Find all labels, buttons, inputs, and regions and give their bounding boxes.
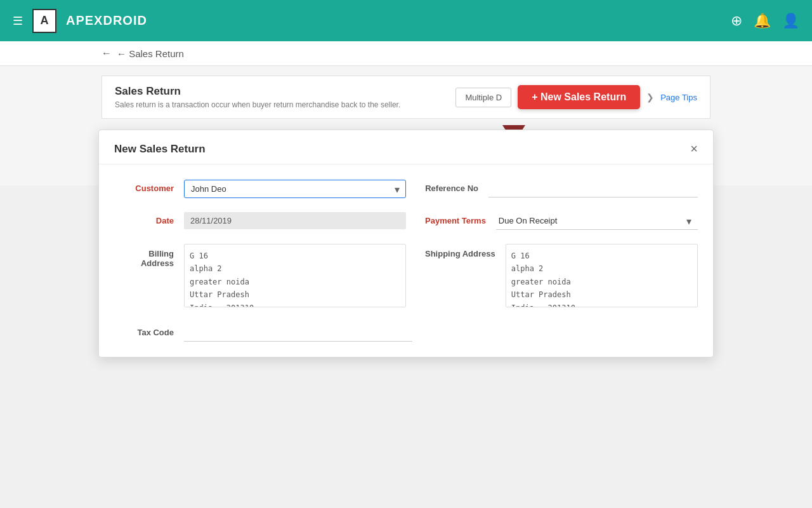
back-arrow-icon[interactable]: ← [102, 48, 112, 59]
date-label: Date [114, 212, 184, 225]
date-display[interactable]: 28/11/2019 [184, 212, 406, 229]
modal-title: New Sales Return [114, 143, 206, 156]
customer-select[interactable]: John Deo [184, 180, 406, 198]
billing-address-label: Billing Address [114, 244, 184, 268]
payment-terms-label: Payment Terms [425, 212, 496, 225]
billing-address-field-group: Billing Address G 16 alpha 2 greater noi… [114, 244, 406, 310]
breadcrumb-label: ← Sales Return [117, 48, 184, 59]
payment-terms-select[interactable]: Due On Receipt [496, 212, 698, 230]
form-row-date-payment: Date 28/11/2019 Payment Terms Due On Rec… [114, 212, 698, 230]
content-wrapper: Sales Return Sales return is a transacti… [0, 66, 812, 185]
logo-box: A [32, 9, 56, 33]
billing-address-input-wrapper: G 16 alpha 2 greater noida Uttar Pradesh… [184, 244, 406, 310]
user-icon[interactable]: 👤 [782, 13, 799, 29]
modal-body: Customer John Deo Reference No [99, 164, 713, 357]
brand-name: APEXDROID [66, 13, 147, 28]
form-row-customer-ref: Customer John Deo Reference No [114, 180, 698, 198]
header-left: ☰ A APEXDROID [13, 9, 147, 33]
modal-close-button[interactable]: × [690, 142, 698, 156]
shipping-address-field-group: Shipping Address G 16 alpha 2 greater no… [406, 244, 698, 310]
ref-no-input[interactable] [488, 180, 698, 197]
bell-icon[interactable]: 🔔 [754, 13, 771, 29]
app-header: ☰ A APEXDROID ⊕ 🔔 👤 [0, 0, 812, 41]
customer-label: Customer [114, 180, 184, 193]
date-input-wrapper: 28/11/2019 [184, 212, 406, 229]
page-area: Sales Return Sales return is a transacti… [0, 66, 812, 185]
shipping-address-textarea[interactable]: G 16 alpha 2 greater noida Uttar Pradesh… [506, 244, 698, 307]
breadcrumb: ← ← Sales Return [0, 41, 812, 66]
payment-terms-field-group: Payment Terms Due On Receipt [406, 212, 698, 230]
payment-terms-select-wrapper: Due On Receipt [496, 212, 698, 230]
add-icon[interactable]: ⊕ [731, 13, 742, 29]
form-row-addresses: Billing Address G 16 alpha 2 greater noi… [114, 244, 698, 310]
date-field-group: Date 28/11/2019 [114, 212, 406, 229]
modal-overlay: New Sales Return × Customer John Deo [0, 66, 812, 185]
customer-select-wrapper: John Deo [184, 180, 406, 198]
shipping-address-label: Shipping Address [425, 244, 506, 258]
billing-address-textarea[interactable]: G 16 alpha 2 greater noida Uttar Pradesh… [184, 244, 406, 307]
ref-no-field-group: Reference No [406, 180, 698, 197]
tax-code-input[interactable] [184, 324, 412, 342]
modal-header: New Sales Return × [99, 130, 713, 164]
ref-no-label: Reference No [425, 180, 488, 193]
tax-code-row: Tax Code [114, 324, 698, 342]
tax-code-label: Tax Code [114, 324, 184, 337]
logo-letter: A [41, 14, 49, 27]
tax-code-input-wrapper [184, 324, 412, 342]
ref-no-input-wrapper [488, 180, 698, 197]
new-sales-return-modal: New Sales Return × Customer John Deo [98, 130, 714, 358]
header-right: ⊕ 🔔 👤 [731, 13, 799, 29]
menu-icon[interactable]: ☰ [13, 14, 23, 28]
shipping-address-input-wrapper: G 16 alpha 2 greater noida Uttar Pradesh… [506, 244, 698, 310]
customer-field-group: Customer John Deo [114, 180, 406, 198]
